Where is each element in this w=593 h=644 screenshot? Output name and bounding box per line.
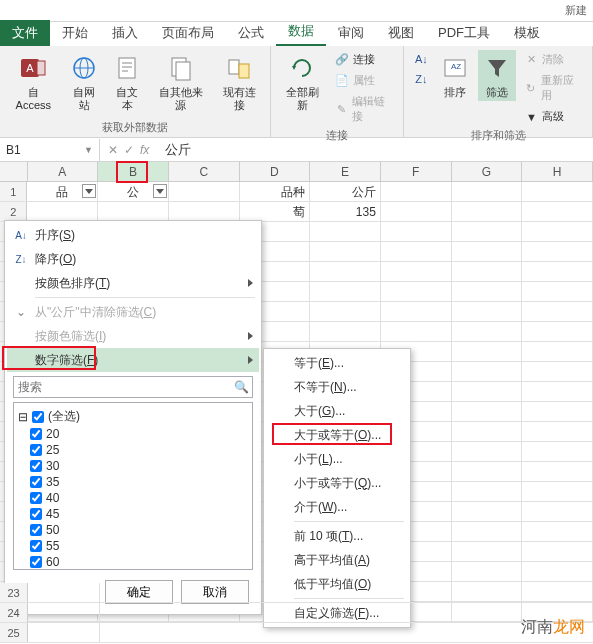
col-header[interactable]: C <box>169 162 240 181</box>
cell[interactable] <box>28 623 100 642</box>
cell[interactable] <box>522 182 593 201</box>
cell[interactable] <box>452 242 523 261</box>
cell[interactable] <box>452 322 523 341</box>
col-header[interactable]: B <box>98 162 169 181</box>
cell[interactable] <box>310 222 381 241</box>
cell[interactable] <box>381 262 452 281</box>
advanced-filter-button[interactable]: ▼高级 <box>520 107 586 126</box>
tab-file[interactable]: 文件 <box>0 20 50 46</box>
cell[interactable] <box>522 262 593 281</box>
value-checkbox[interactable] <box>30 444 42 456</box>
number-filters-item[interactable]: 数字筛选(F) <box>7 348 259 372</box>
cell[interactable] <box>310 242 381 261</box>
tab-insert[interactable]: 插入 <box>100 20 150 46</box>
cancel-icon[interactable]: ✕ <box>108 143 118 157</box>
cell[interactable] <box>522 362 593 381</box>
from-text-button[interactable]: 自文本 <box>108 50 147 114</box>
greater-eq-item[interactable]: 大于或等于(O)... <box>266 423 408 447</box>
filter-button[interactable]: 筛选 <box>478 50 516 101</box>
cell[interactable] <box>28 603 100 622</box>
cell[interactable] <box>522 502 593 521</box>
cell[interactable] <box>452 462 523 481</box>
tab-view[interactable]: 视图 <box>376 20 426 46</box>
row-header[interactable]: 23 <box>0 583 28 602</box>
cell[interactable] <box>169 182 240 201</box>
cell[interactable] <box>381 322 452 341</box>
col-header[interactable]: G <box>452 162 523 181</box>
value-checkbox[interactable] <box>30 460 42 472</box>
tab-templates[interactable]: 模板 <box>502 20 552 46</box>
between-item[interactable]: 介于(W)... <box>266 495 408 519</box>
cell[interactable] <box>452 262 523 281</box>
value-checkbox[interactable] <box>30 428 42 440</box>
select-all-corner[interactable] <box>0 162 28 181</box>
value-checkbox[interactable] <box>30 508 42 520</box>
cell[interactable]: 品 <box>27 182 98 201</box>
value-checkbox[interactable] <box>30 524 42 536</box>
value-checkbox[interactable] <box>30 492 42 504</box>
col-header[interactable]: A <box>28 162 99 181</box>
cell[interactable] <box>381 222 452 241</box>
cell[interactable] <box>522 382 593 401</box>
cell[interactable] <box>381 182 452 201</box>
cell[interactable] <box>452 362 523 381</box>
tab-data[interactable]: 数据 <box>276 18 326 46</box>
greater-item[interactable]: 大于(G)... <box>266 399 408 423</box>
value-checkbox[interactable] <box>30 540 42 552</box>
less-item[interactable]: 小于(L)... <box>266 447 408 471</box>
cell[interactable] <box>452 522 523 541</box>
cell[interactable] <box>522 342 593 361</box>
cell[interactable] <box>452 402 523 421</box>
row-header[interactable]: 24 <box>0 603 28 622</box>
row-header[interactable]: 2 <box>0 202 27 221</box>
col-header[interactable]: D <box>240 162 311 181</box>
cell[interactable] <box>381 242 452 261</box>
properties-button[interactable]: 📄属性 <box>331 71 397 90</box>
search-input[interactable] <box>13 376 253 398</box>
cell[interactable] <box>522 402 593 421</box>
cell[interactable] <box>452 542 523 561</box>
tab-review[interactable]: 审阅 <box>326 20 376 46</box>
sort-asc-button[interactable]: A↓ <box>410 50 432 68</box>
cell[interactable] <box>522 482 593 501</box>
sort-asc-item[interactable]: A↓ 升序(S) <box>7 223 259 247</box>
accept-icon[interactable]: ✓ <box>124 143 134 157</box>
cell[interactable]: 公斤 <box>310 182 381 201</box>
cell[interactable] <box>522 562 593 581</box>
cell[interactable] <box>522 202 593 221</box>
connections-button[interactable]: 🔗连接 <box>331 50 397 69</box>
cell[interactable] <box>452 382 523 401</box>
cell[interactable] <box>452 182 523 201</box>
tab-home[interactable]: 开始 <box>50 20 100 46</box>
cell[interactable] <box>381 282 452 301</box>
fx-icon[interactable]: fx <box>140 143 149 157</box>
tab-pagelayout[interactable]: 页面布局 <box>150 20 226 46</box>
col-header[interactable]: E <box>310 162 381 181</box>
cell[interactable] <box>452 562 523 581</box>
cell[interactable] <box>522 242 593 261</box>
cell[interactable] <box>310 322 381 341</box>
cell[interactable] <box>522 442 593 461</box>
cell[interactable] <box>452 482 523 501</box>
reapply-button[interactable]: ↻重新应用 <box>520 71 586 105</box>
not-equals-item[interactable]: 不等于(N)... <box>266 375 408 399</box>
col-header[interactable]: H <box>522 162 593 181</box>
cell[interactable]: 135 <box>310 202 381 221</box>
cell[interactable] <box>310 302 381 321</box>
cell[interactable] <box>381 302 452 321</box>
sort-by-color-item[interactable]: 按颜色排序(T) <box>7 271 259 295</box>
filter-dropdown[interactable] <box>153 184 167 198</box>
cell[interactable] <box>98 202 169 221</box>
above-avg-item[interactable]: 高于平均值(A) <box>266 548 408 572</box>
cell[interactable]: 萄 <box>240 202 311 221</box>
cell[interactable]: 品种 <box>240 182 311 201</box>
cell[interactable]: 公 <box>98 182 169 201</box>
cell[interactable] <box>522 462 593 481</box>
cell[interactable] <box>381 202 452 221</box>
col-header[interactable]: F <box>381 162 452 181</box>
refresh-all-button[interactable]: 全部刷新 <box>277 50 327 114</box>
value-checkbox[interactable] <box>30 476 42 488</box>
sort-button[interactable]: AZ 排序 <box>436 50 474 101</box>
formula-input[interactable]: 公斤 <box>157 141 593 159</box>
cell[interactable] <box>310 282 381 301</box>
